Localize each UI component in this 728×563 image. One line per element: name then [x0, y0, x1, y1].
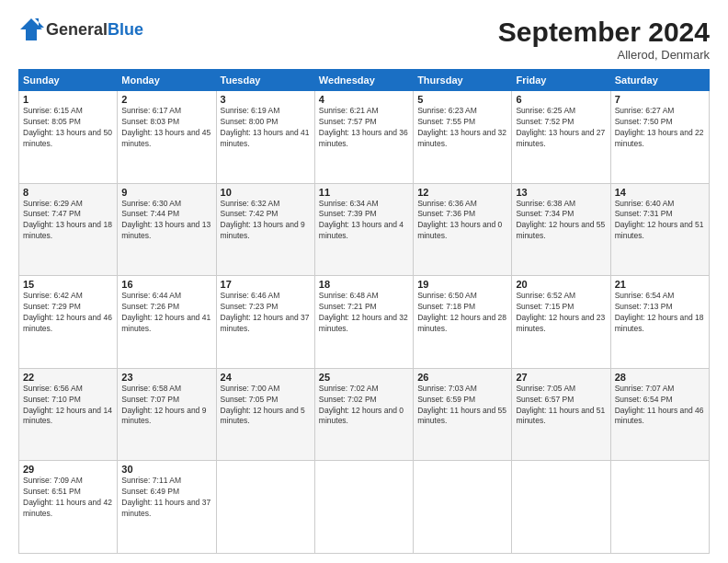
- day-info: Sunrise: 6:21 AMSunset: 7:57 PMDaylight:…: [319, 106, 409, 150]
- day-number: 23: [121, 372, 211, 383]
- day-number: 26: [417, 372, 507, 383]
- day-number: 10: [221, 187, 311, 198]
- calendar-cell: 11Sunrise: 6:34 AMSunset: 7:39 PMDayligh…: [314, 183, 413, 276]
- calendar-body: 1Sunrise: 6:15 AMSunset: 8:05 PMDaylight…: [19, 91, 710, 554]
- calendar-cell: 23Sunrise: 6:58 AMSunset: 7:07 PMDayligh…: [118, 368, 216, 461]
- calendar-cell: 25Sunrise: 7:02 AMSunset: 7:02 PMDayligh…: [314, 368, 413, 461]
- calendar-cell: 5Sunrise: 6:23 AMSunset: 7:55 PMDaylight…: [414, 91, 512, 184]
- day-number: 8: [23, 187, 113, 198]
- title-section: September 2024 Allerod, Denmark: [498, 17, 710, 62]
- day-number: 6: [516, 94, 606, 105]
- logo-general-text: General: [46, 20, 108, 39]
- calendar-cell: [414, 461, 512, 554]
- day-info: Sunrise: 6:17 AMSunset: 8:03 PMDaylight:…: [121, 106, 211, 150]
- month-title: September 2024: [498, 17, 710, 48]
- calendar-cell: 18Sunrise: 6:48 AMSunset: 7:21 PMDayligh…: [314, 276, 413, 369]
- svg-marker-0: [20, 18, 42, 40]
- day-info: Sunrise: 6:46 AMSunset: 7:23 PMDaylight:…: [221, 291, 311, 335]
- day-number: 21: [615, 279, 705, 290]
- day-number: 5: [417, 94, 507, 105]
- day-info: Sunrise: 6:54 AMSunset: 7:13 PMDaylight:…: [615, 291, 705, 335]
- calendar-cell: [314, 461, 413, 554]
- day-header-saturday: Saturday: [610, 70, 709, 91]
- day-header-wednesday: Wednesday: [314, 70, 413, 91]
- calendar-cell: 15Sunrise: 6:42 AMSunset: 7:29 PMDayligh…: [19, 276, 118, 369]
- calendar-cell: 2Sunrise: 6:17 AMSunset: 8:03 PMDaylight…: [118, 91, 216, 184]
- day-number: 28: [615, 372, 705, 383]
- calendar-cell: 17Sunrise: 6:46 AMSunset: 7:23 PMDayligh…: [216, 276, 314, 369]
- day-info: Sunrise: 6:56 AMSunset: 7:10 PMDaylight:…: [23, 384, 113, 428]
- calendar-cell: 4Sunrise: 6:21 AMSunset: 7:57 PMDaylight…: [314, 91, 413, 184]
- day-header-friday: Friday: [512, 70, 610, 91]
- day-header-sunday: Sunday: [19, 70, 118, 91]
- calendar-week-row: 8Sunrise: 6:29 AMSunset: 7:47 PMDaylight…: [19, 183, 710, 276]
- day-info: Sunrise: 6:58 AMSunset: 7:07 PMDaylight:…: [121, 384, 211, 428]
- logo-blue-text: Blue: [108, 20, 143, 39]
- day-info: Sunrise: 6:27 AMSunset: 7:50 PMDaylight:…: [615, 106, 705, 150]
- day-info: Sunrise: 7:11 AMSunset: 6:49 PMDaylight:…: [121, 476, 211, 520]
- day-info: Sunrise: 6:30 AMSunset: 7:44 PMDaylight:…: [121, 199, 211, 243]
- calendar-cell: 27Sunrise: 7:05 AMSunset: 6:57 PMDayligh…: [512, 368, 610, 461]
- day-number: 3: [221, 94, 311, 105]
- day-info: Sunrise: 7:09 AMSunset: 6:51 PMDaylight:…: [23, 476, 113, 520]
- day-info: Sunrise: 6:34 AMSunset: 7:39 PMDaylight:…: [319, 199, 409, 243]
- calendar-week-row: 29Sunrise: 7:09 AMSunset: 6:51 PMDayligh…: [19, 461, 710, 554]
- calendar-cell: 24Sunrise: 7:00 AMSunset: 7:05 PMDayligh…: [216, 368, 314, 461]
- logo-icon: [18, 17, 44, 42]
- day-info: Sunrise: 6:52 AMSunset: 7:15 PMDaylight:…: [516, 291, 606, 335]
- day-number: 17: [221, 279, 311, 290]
- calendar-cell: [512, 461, 610, 554]
- day-number: 4: [319, 94, 409, 105]
- calendar: SundayMondayTuesdayWednesdayThursdayFrid…: [18, 69, 710, 554]
- calendar-cell: 28Sunrise: 7:07 AMSunset: 6:54 PMDayligh…: [610, 368, 709, 461]
- day-info: Sunrise: 7:02 AMSunset: 7:02 PMDaylight:…: [319, 384, 409, 428]
- day-number: 15: [23, 279, 113, 290]
- calendar-cell: 19Sunrise: 6:50 AMSunset: 7:18 PMDayligh…: [414, 276, 512, 369]
- day-info: Sunrise: 6:23 AMSunset: 7:55 PMDaylight:…: [417, 106, 507, 150]
- calendar-cell: 6Sunrise: 6:25 AMSunset: 7:52 PMDaylight…: [512, 91, 610, 184]
- day-number: 29: [23, 464, 113, 475]
- calendar-cell: 7Sunrise: 6:27 AMSunset: 7:50 PMDaylight…: [610, 91, 709, 184]
- day-number: 12: [417, 187, 507, 198]
- day-info: Sunrise: 6:40 AMSunset: 7:31 PMDaylight:…: [615, 199, 705, 243]
- calendar-header-row: SundayMondayTuesdayWednesdayThursdayFrid…: [19, 70, 710, 91]
- day-info: Sunrise: 6:29 AMSunset: 7:47 PMDaylight:…: [23, 199, 113, 243]
- calendar-cell: 9Sunrise: 6:30 AMSunset: 7:44 PMDaylight…: [118, 183, 216, 276]
- day-info: Sunrise: 6:32 AMSunset: 7:42 PMDaylight:…: [221, 199, 311, 243]
- calendar-cell: 16Sunrise: 6:44 AMSunset: 7:26 PMDayligh…: [118, 276, 216, 369]
- page: GeneralBlue September 2024 Allerod, Denm…: [0, 0, 728, 563]
- day-info: Sunrise: 6:50 AMSunset: 7:18 PMDaylight:…: [417, 291, 507, 335]
- day-number: 19: [417, 279, 507, 290]
- calendar-cell: 12Sunrise: 6:36 AMSunset: 7:36 PMDayligh…: [414, 183, 512, 276]
- logo: GeneralBlue: [18, 17, 143, 42]
- day-number: 25: [319, 372, 409, 383]
- day-number: 1: [23, 94, 113, 105]
- calendar-week-row: 22Sunrise: 6:56 AMSunset: 7:10 PMDayligh…: [19, 368, 710, 461]
- calendar-cell: 20Sunrise: 6:52 AMSunset: 7:15 PMDayligh…: [512, 276, 610, 369]
- day-info: Sunrise: 6:19 AMSunset: 8:00 PMDaylight:…: [221, 106, 311, 150]
- calendar-cell: 14Sunrise: 6:40 AMSunset: 7:31 PMDayligh…: [610, 183, 709, 276]
- day-number: 24: [221, 372, 311, 383]
- day-number: 30: [121, 464, 211, 475]
- calendar-cell: 10Sunrise: 6:32 AMSunset: 7:42 PMDayligh…: [216, 183, 314, 276]
- calendar-cell: 8Sunrise: 6:29 AMSunset: 7:47 PMDaylight…: [19, 183, 118, 276]
- day-number: 7: [615, 94, 705, 105]
- day-info: Sunrise: 7:03 AMSunset: 6:59 PMDaylight:…: [417, 384, 507, 428]
- calendar-cell: 21Sunrise: 6:54 AMSunset: 7:13 PMDayligh…: [610, 276, 709, 369]
- day-info: Sunrise: 7:07 AMSunset: 6:54 PMDaylight:…: [615, 384, 705, 428]
- day-header-tuesday: Tuesday: [216, 70, 314, 91]
- calendar-cell: [216, 461, 314, 554]
- calendar-cell: 13Sunrise: 6:38 AMSunset: 7:34 PMDayligh…: [512, 183, 610, 276]
- calendar-cell: 22Sunrise: 6:56 AMSunset: 7:10 PMDayligh…: [19, 368, 118, 461]
- day-number: 20: [516, 279, 606, 290]
- header: GeneralBlue September 2024 Allerod, Denm…: [18, 17, 710, 62]
- calendar-week-row: 1Sunrise: 6:15 AMSunset: 8:05 PMDaylight…: [19, 91, 710, 184]
- day-info: Sunrise: 6:36 AMSunset: 7:36 PMDaylight:…: [417, 199, 507, 243]
- day-info: Sunrise: 6:38 AMSunset: 7:34 PMDaylight:…: [516, 199, 606, 243]
- day-number: 18: [319, 279, 409, 290]
- day-number: 11: [319, 187, 409, 198]
- day-number: 14: [615, 187, 705, 198]
- day-number: 27: [516, 372, 606, 383]
- calendar-cell: 3Sunrise: 6:19 AMSunset: 8:00 PMDaylight…: [216, 91, 314, 184]
- day-info: Sunrise: 6:44 AMSunset: 7:26 PMDaylight:…: [121, 291, 211, 335]
